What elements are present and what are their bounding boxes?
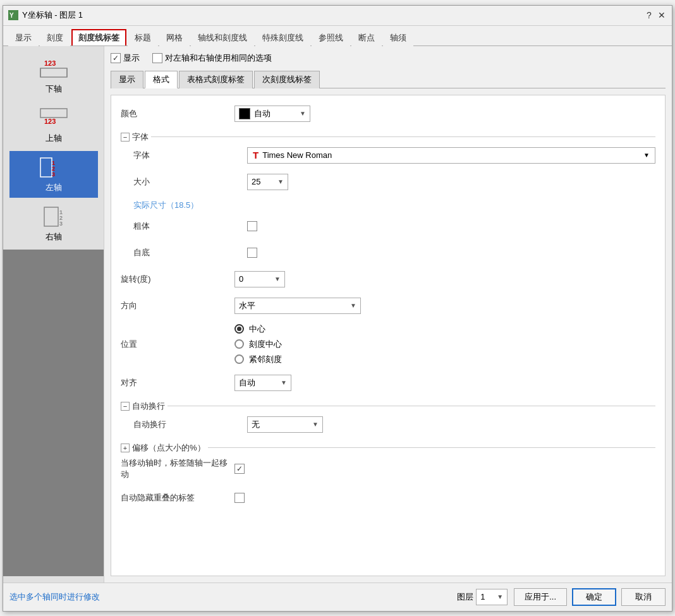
sidebar-item-bottom-axis[interactable]: 123 下轴 <box>9 52 98 99</box>
position-center-radio[interactable] <box>234 324 244 334</box>
help-button[interactable]: ? <box>644 10 654 20</box>
font-dropdown-arrow: ▼ <box>643 152 650 159</box>
form-panel: 颜色 自动 ▼ − 字体 <box>111 95 666 576</box>
color-label: 颜色 <box>121 108 234 119</box>
tab-special-ticks[interactable]: 特殊刻度线 <box>255 29 310 46</box>
sidebar-item-right-axis[interactable]: 1 2 3 右轴 <box>9 200 98 247</box>
right-axis-label: 右轴 <box>46 231 62 243</box>
direction-control: 水平 ▼ <box>234 298 655 314</box>
inner-tab-show[interactable]: 显示 <box>111 71 143 88</box>
right-axis-icon: 1 2 3 <box>38 205 70 230</box>
align-arrow: ▼ <box>281 379 287 386</box>
top-axis-label: 上轴 <box>46 133 62 144</box>
svg-rect-6 <box>40 109 67 118</box>
tab-breaks[interactable]: 断点 <box>351 29 382 46</box>
tab-ticks[interactable]: 刻度 <box>40 29 70 46</box>
svg-rect-8 <box>40 158 52 177</box>
window-title: Y坐标轴 - 图层 1 <box>22 9 644 21</box>
sidebar-bottom <box>3 250 104 576</box>
svg-rect-3 <box>40 68 67 77</box>
layer-dropdown[interactable]: 1 ▼ <box>476 589 508 605</box>
same-options-checkbox-label[interactable]: 对左轴和右轴使用相同的选项 <box>152 52 272 64</box>
window-controls: ? ✕ <box>644 10 667 20</box>
font-value: Times New Roman <box>262 150 332 160</box>
content-area: 123 下轴 123 上轴 <box>3 46 672 583</box>
size-row: 大小 25 ▼ <box>121 173 655 191</box>
position-control: 中心 刻度中心 紧邻刻度 <box>234 323 655 365</box>
align-label: 对齐 <box>121 377 234 389</box>
align-control: 自动 ▼ <box>234 375 655 391</box>
sidebar-item-top-axis[interactable]: 123 上轴 <box>9 102 98 148</box>
tab-title[interactable]: 标题 <box>128 29 158 46</box>
bottom-axis-label: 下轴 <box>46 83 62 95</box>
tab-ref-lines[interactable]: 参照线 <box>312 29 350 46</box>
inner-tab-format[interactable]: 格式 <box>145 71 178 88</box>
position-tick-center-row[interactable]: 刻度中心 <box>234 339 282 350</box>
sidebar-item-left-axis[interactable]: 1 2 3 左轴 <box>9 151 98 198</box>
position-near-tick-label: 紧邻刻度 <box>249 354 282 365</box>
close-button[interactable]: ✕ <box>657 10 667 20</box>
font-section-label: 字体 <box>132 131 149 143</box>
bold-checkbox[interactable] <box>247 221 257 231</box>
italic-checkbox[interactable] <box>247 248 257 258</box>
inner-tab-table-format[interactable]: 表格式刻度标签 <box>179 71 253 88</box>
ok-button[interactable]: 确定 <box>572 588 616 606</box>
layer-dropdown-arrow: ▼ <box>497 593 503 600</box>
layer-select: 图层 1 ▼ <box>457 589 508 605</box>
position-center-row[interactable]: 中心 <box>234 323 282 335</box>
sidebar: 123 下轴 123 上轴 <box>3 46 104 583</box>
tab-grid[interactable]: 网格 <box>159 29 190 46</box>
svg-text:123: 123 <box>44 118 56 125</box>
tab-display[interactable]: 显示 <box>8 29 39 46</box>
font-section-collapse[interactable]: − <box>121 133 130 142</box>
position-tick-center-radio[interactable] <box>234 339 244 349</box>
offset-section-expand[interactable]: + <box>121 444 130 452</box>
position-row: 位置 中心 刻度中心 <box>121 323 655 365</box>
rotation-arrow: ▼ <box>274 275 281 282</box>
window-icon: Y <box>8 10 18 20</box>
layer-value: 1 <box>480 592 485 601</box>
move-with-axis-checkbox[interactable] <box>234 464 245 474</box>
main-window: Y Y坐标轴 - 图层 1 ? ✕ 显示 刻度 刻度线标签 标题 网格 轴线和刻… <box>3 5 672 612</box>
rotation-dropdown[interactable]: 0 ▼ <box>234 271 285 287</box>
auto-wrap-row: 自动换行 无 ▼ <box>121 416 655 433</box>
show-checkbox-label[interactable]: 显示 <box>111 52 140 64</box>
color-dropdown[interactable]: 自动 ▼ <box>234 106 310 122</box>
same-options-checkbox[interactable] <box>152 53 162 63</box>
cancel-button[interactable]: 取消 <box>621 588 666 606</box>
color-swatch <box>239 108 250 119</box>
move-with-axis-control <box>234 464 655 474</box>
font-name-row: 字体 T Times New Roman ▼ <box>121 147 655 164</box>
actual-size-label: 实际尺寸（18.5） <box>121 200 655 211</box>
show-checkbox[interactable] <box>111 53 121 63</box>
font-dropdown[interactable]: T Times New Roman ▼ <box>247 147 655 164</box>
auto-wrap-dropdown[interactable]: 无 ▼ <box>247 416 323 433</box>
apply-button[interactable]: 应用于... <box>514 588 567 606</box>
auto-wrap-control: 无 ▼ <box>247 416 655 433</box>
tab-axis-ticks[interactable]: 轴线和刻度线 <box>191 29 254 46</box>
main-tab-bar: 显示 刻度 刻度线标签 标题 网格 轴线和刻度线 特殊刻度线 参照线 断点 轴须 <box>3 26 672 46</box>
position-group: 中心 刻度中心 紧邻刻度 <box>234 323 282 365</box>
hide-overlap-checkbox[interactable] <box>234 493 245 503</box>
direction-label: 方向 <box>121 300 234 311</box>
tab-axis-needs[interactable]: 轴须 <box>383 29 413 46</box>
font-type-icon: T <box>253 150 258 160</box>
auto-wrap-section-collapse[interactable]: − <box>121 402 130 411</box>
direction-dropdown[interactable]: 水平 ▼ <box>234 298 361 314</box>
hide-overlap-row: 自动隐藏重叠的标签 <box>121 489 655 507</box>
color-dropdown-arrow: ▼ <box>300 110 306 117</box>
inner-tab-minor-labels[interactable]: 次刻度线标签 <box>254 71 320 88</box>
svg-text:Y: Y <box>9 12 14 19</box>
size-dropdown[interactable]: 25 ▼ <box>247 174 288 190</box>
font-section-line <box>151 136 655 137</box>
tab-tick-labels[interactable]: 刻度线标签 <box>71 29 126 45</box>
size-dropdown-arrow: ▼ <box>277 178 284 185</box>
italic-label: 自底 <box>133 247 247 258</box>
bottom-buttons: 应用于... 确定 取消 <box>514 588 666 606</box>
auto-wrap-section-label: 自动换行 <box>132 401 165 412</box>
show-label: 显示 <box>123 52 140 64</box>
align-dropdown[interactable]: 自动 ▼ <box>234 375 291 391</box>
position-near-tick-radio[interactable] <box>234 354 244 364</box>
same-options-label: 对左轴和右轴使用相同的选项 <box>165 52 272 64</box>
position-near-tick-row[interactable]: 紧邻刻度 <box>234 354 282 365</box>
